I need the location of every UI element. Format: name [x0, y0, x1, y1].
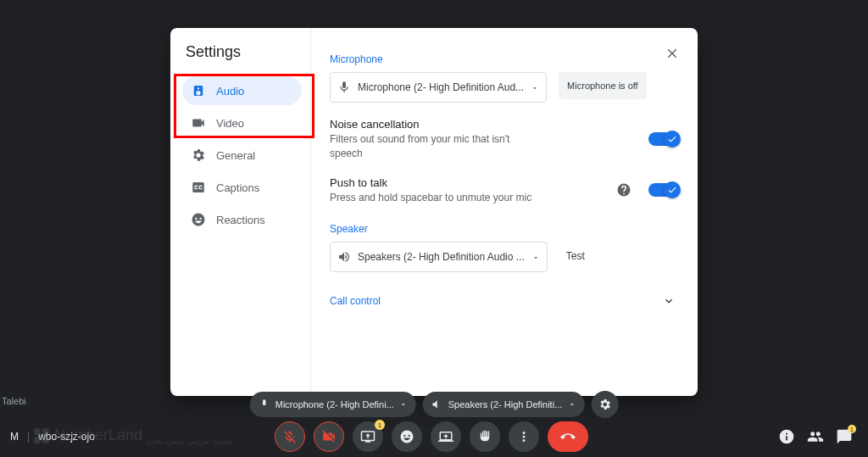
present-button[interactable]: 1 [353, 421, 383, 452]
noise-cancellation-toggle[interactable] [648, 132, 679, 146]
sidebar-item-video[interactable]: Video [182, 109, 302, 137]
meeting-time-prefix: M [10, 431, 19, 443]
sidebar-item-audio[interactable]: Audio [182, 76, 302, 105]
meeting-code: wbo-szjz-ojo [38, 431, 95, 443]
speaker-device-pill[interactable]: Speakers (2- High Definiti... [423, 392, 585, 417]
speaker-test-button[interactable]: Test [559, 242, 592, 270]
push-to-talk-desc: Press and hold spacebar to unmute your m… [330, 191, 542, 205]
microphone-dropdown[interactable]: Microphone (2- High Definition Aud... [330, 72, 547, 103]
sidebar-item-reactions[interactable]: Reactions [182, 205, 302, 234]
microphone-section-label: Microphone [330, 53, 682, 65]
help-icon[interactable] [616, 182, 632, 198]
mic-pill-text: Microphone (2- High Defini... [275, 399, 394, 410]
sidebar-item-label: Reactions [216, 214, 265, 226]
sidebar-item-label: Captions [216, 181, 259, 194]
sidebar-item-label: General [216, 149, 255, 162]
device-settings-button[interactable] [591, 391, 618, 418]
call-control-label: Call control [330, 295, 381, 307]
noise-cancellation-row: Noise cancellation Filters out sound fro… [330, 118, 682, 161]
noise-cancellation-desc: Filters out sound from your mic that isn… [330, 132, 542, 161]
mic-icon [337, 81, 351, 94]
microphone-status: Microphone is off [559, 72, 647, 99]
sidebar-item-general[interactable]: General [182, 141, 302, 170]
caret-down-icon [531, 253, 540, 261]
speaker-icon [191, 83, 206, 98]
end-call-button[interactable] [548, 421, 588, 452]
speaker-dropdown[interactable]: Speakers (2- High Definition Audio ... [330, 242, 548, 272]
people-button[interactable] [807, 428, 824, 445]
bottom-area: Microphone (2- High Defini... Speakers (… [0, 387, 868, 457]
raise-hand-button[interactable] [470, 421, 500, 452]
video-icon [191, 115, 206, 131]
gear-icon [191, 148, 206, 163]
reactions-button[interactable] [392, 421, 422, 452]
speaker-pill-text: Speakers (2- High Definiti... [448, 399, 563, 410]
volume-icon [337, 250, 351, 264]
share-screen-button[interactable] [431, 421, 461, 452]
call-control-expander[interactable]: Call control [330, 294, 682, 308]
meeting-info-button[interactable] [778, 428, 795, 445]
push-to-talk-row: Push to talk Press and hold spacebar to … [330, 176, 682, 205]
call-bar: M | wbo-szjz-ojo 1 1 [0, 421, 868, 452]
caret-down-icon [531, 83, 539, 92]
close-button[interactable] [659, 40, 686, 67]
captions-icon [191, 180, 206, 195]
chat-badge: 1 [848, 425, 856, 433]
mic-toggle-button[interactable] [275, 421, 305, 452]
volume-icon [431, 398, 443, 410]
device-pills-row: Microphone (2- High Defini... Speakers (… [250, 391, 619, 418]
speaker-dropdown-value: Speakers (2- High Definition Audio ... [358, 251, 525, 263]
sidebar-item-captions[interactable]: Captions [182, 173, 302, 202]
speaker-section-label: Speaker [330, 223, 682, 235]
microphone-dropdown-value: Microphone (2- High Definition Aud... [358, 81, 524, 93]
camera-toggle-button[interactable] [314, 421, 344, 452]
chevron-down-icon [662, 294, 676, 308]
caret-down-icon [399, 400, 408, 409]
sidebar-item-label: Audio [216, 85, 244, 98]
settings-content: Microphone Microphone (2- High Definitio… [311, 28, 698, 396]
chat-button[interactable]: 1 [836, 428, 853, 445]
more-options-button[interactable] [509, 421, 539, 452]
emoji-icon [191, 212, 206, 227]
noise-cancellation-title: Noise cancellation [330, 118, 648, 131]
push-to-talk-toggle[interactable] [648, 183, 679, 197]
mic-device-pill[interactable]: Microphone (2- High Defini... [250, 392, 416, 417]
sidebar-item-label: Video [216, 117, 244, 130]
push-to-talk-title: Push to talk [330, 176, 611, 189]
settings-sidebar: Settings Audio Video General Captions Re… [170, 28, 311, 396]
settings-title: Settings [182, 43, 302, 61]
mic-icon [259, 398, 270, 410]
caret-down-icon [567, 400, 576, 409]
present-badge: 1 [375, 420, 385, 430]
settings-dialog: Settings Audio Video General Captions Re… [170, 28, 698, 396]
